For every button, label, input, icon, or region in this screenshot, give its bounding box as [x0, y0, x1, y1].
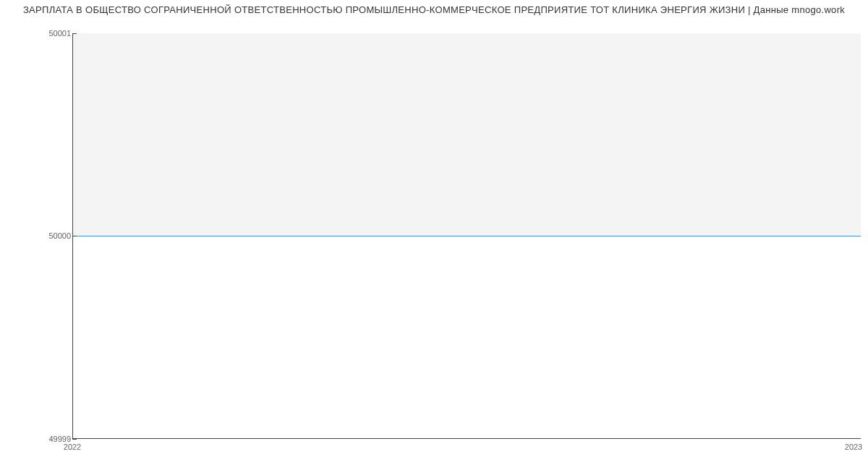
chart-title: ЗАРПЛАТА В ОБЩЕСТВО СОГРАНИЧЕННОЙ ОТВЕТС… — [0, 4, 868, 15]
y-tick-mid: 50000 — [48, 231, 71, 240]
tick-mark — [72, 33, 77, 34]
plot-area — [72, 33, 861, 439]
tick-mark — [72, 236, 77, 236]
x-tick-right: 2023 — [845, 443, 862, 451]
y-tick-label: 50001 — [48, 29, 71, 38]
x-tick-label: 2023 — [845, 443, 862, 451]
series-fill — [73, 33, 861, 236]
x-tick-label: 2022 — [64, 443, 81, 451]
x-tick-left: 2022 — [64, 443, 81, 451]
series-line — [73, 236, 861, 236]
y-tick-top: 50001 — [48, 29, 71, 38]
y-tick-label: 50000 — [48, 231, 71, 240]
tick-mark — [72, 439, 77, 440]
